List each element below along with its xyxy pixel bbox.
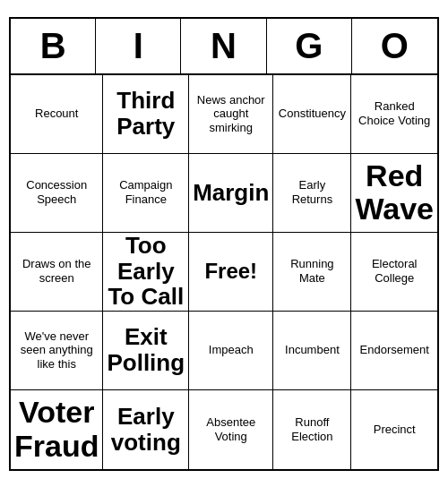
bingo-cell-17: Impeach [189, 312, 273, 390]
bingo-cell-18: Incumbent [273, 312, 351, 390]
bingo-cell-13: Running Mate [273, 233, 351, 312]
bingo-cell-3: Constituency [273, 75, 351, 154]
bingo-cell-24: Precinct [351, 390, 437, 469]
bingo-cell-12: Free! [189, 233, 273, 312]
bingo-cell-4: Ranked Choice Voting [351, 75, 437, 154]
bingo-letter-o: O [352, 19, 437, 73]
bingo-letter-g: G [267, 19, 352, 73]
bingo-cell-2: News anchor caught smirking [189, 75, 273, 154]
bingo-cell-19: Endorsement [351, 312, 437, 390]
bingo-cell-11: Too Early To Call [103, 233, 189, 312]
bingo-cell-21: Early voting [103, 390, 189, 469]
bingo-cell-10: Draws on the screen [11, 233, 103, 312]
bingo-cell-7: Margin [189, 154, 273, 233]
bingo-cell-16: Exit Polling [103, 312, 189, 390]
bingo-cell-9: Red Wave [351, 154, 437, 233]
bingo-grid: RecountThird PartyNews anchor caught smi… [11, 75, 437, 469]
bingo-cell-5: Concession Speech [11, 154, 103, 233]
bingo-cell-14: Electoral College [351, 233, 437, 312]
bingo-header: BINGO [11, 19, 437, 75]
bingo-cell-6: Campaign Finance [103, 154, 189, 233]
bingo-letter-n: N [181, 19, 266, 73]
bingo-cell-15: We've never seen anything like this [11, 312, 103, 390]
bingo-letter-b: B [11, 19, 96, 73]
bingo-cell-22: Absentee Voting [189, 390, 273, 469]
bingo-cell-20: Voter Fraud [11, 390, 103, 469]
bingo-cell-0: Recount [11, 75, 103, 154]
bingo-letter-i: I [96, 19, 181, 73]
bingo-cell-8: Early Returns [273, 154, 351, 233]
bingo-cell-1: Third Party [103, 75, 189, 154]
bingo-card: BINGO RecountThird PartyNews anchor caug… [9, 17, 439, 471]
bingo-cell-23: Runoff Election [273, 390, 351, 469]
